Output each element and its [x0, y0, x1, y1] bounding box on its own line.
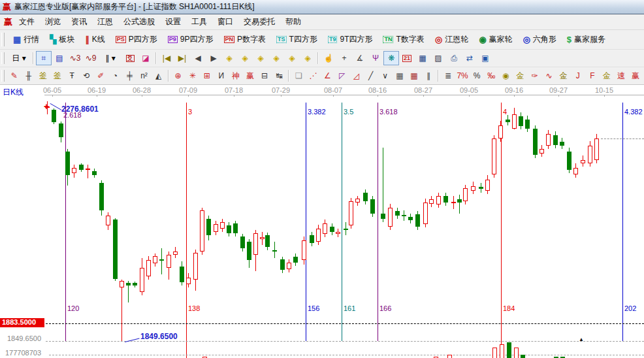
layout-grid-button[interactable]: ❏	[291, 69, 306, 83]
gold-circle-button[interactable]: ◉	[498, 69, 513, 83]
gann-line-3.382	[306, 103, 306, 341]
parallel-lines-button[interactable]: ∥	[421, 69, 436, 83]
angle-fan-button[interactable]: ◭	[152, 69, 166, 83]
gann-wheel-button[interactable]: ◎江恩轮	[430, 32, 473, 47]
info-board-button[interactable]: ▤	[52, 51, 67, 65]
full-range-button[interactable]: ◈	[300, 51, 315, 65]
comb-lines-button[interactable]: ╪	[122, 69, 137, 83]
fan-box-2-button[interactable]: ◿	[349, 69, 364, 83]
next-bar-button[interactable]: ▶	[206, 51, 221, 65]
expand-bars-button[interactable]: ◈	[284, 51, 300, 65]
menu-item-window[interactable]: 窗口	[212, 14, 238, 29]
fan-box-button[interactable]: ◸	[334, 69, 349, 83]
hand-pan-button[interactable]: ☝	[321, 51, 336, 65]
gold-levels-button[interactable]: 金	[513, 69, 527, 83]
p-square-button[interactable]: PSP四方形	[111, 32, 162, 47]
candle-marker-button[interactable]: ✑	[527, 69, 541, 83]
compress-bars-button[interactable]: ◈	[268, 51, 284, 65]
golden-section-2-button[interactable]: 釜	[50, 69, 65, 83]
curve-overlay-button[interactable]: ⌗	[36, 51, 52, 65]
costume-button[interactable]: Ψ	[368, 51, 383, 65]
square-grid-red-button[interactable]: ▦	[407, 69, 421, 83]
percent-retrace-button[interactable]: 7%	[455, 69, 470, 83]
first-page-button[interactable]: |◀	[159, 51, 174, 65]
menu-item-news[interactable]: 资讯	[66, 14, 92, 29]
golden-section-button[interactable]: 釜	[36, 69, 50, 83]
gold-levels-2-button[interactable]: 金	[556, 69, 571, 83]
spiral-button[interactable]: ⟲	[79, 69, 93, 83]
j-angle-button[interactable]: J	[571, 69, 585, 83]
p-number-table-button[interactable]: PNP数字表	[219, 32, 271, 47]
span-arrow-button[interactable]: ↹	[272, 69, 286, 83]
save-button[interactable]: ⎙	[446, 51, 462, 65]
notepad-button[interactable]: ▨	[430, 51, 446, 65]
nine-t-square-button[interactable]: T99T四方形	[323, 32, 378, 47]
angle-measure-button[interactable]: ∡	[352, 51, 368, 65]
winner-wheel-button[interactable]: ◉赢家轮	[474, 32, 517, 47]
grid-123-button[interactable]: ⊟	[257, 69, 272, 83]
nine-p-square-button[interactable]: P99P四方形	[163, 32, 218, 47]
check-lines-button[interactable]: ∨	[378, 69, 393, 83]
prev-bar-button[interactable]: ◀	[190, 51, 206, 65]
workstation-button[interactable]: ▣	[477, 51, 493, 65]
market-quotes-button[interactable]: ▦行情	[8, 32, 44, 47]
angle-line-button[interactable]: ∠	[320, 69, 334, 83]
percent-levels-button[interactable]: ‰	[484, 69, 498, 83]
sector-blocks-button[interactable]: ▚板块	[45, 32, 79, 47]
ying-tool-button[interactable]: 赢	[243, 69, 257, 83]
t-square-button[interactable]: TST四方形	[272, 32, 322, 47]
menu-item-trade-order[interactable]: 交易委托	[238, 14, 280, 29]
hist-levels-button[interactable]: ≣	[441, 69, 455, 83]
starburst-button[interactable]: ✳	[185, 69, 200, 83]
menu-item-help[interactable]: 帮助	[280, 14, 306, 29]
menu-item-tools[interactable]: 工具	[186, 14, 212, 29]
calculator-button[interactable]: ▦	[415, 51, 430, 65]
grid-target-button[interactable]: ⊞	[200, 69, 214, 83]
square-n2-button[interactable]: n²	[137, 69, 151, 83]
menu-item-settings[interactable]: 设置	[160, 14, 186, 29]
speed-line-button[interactable]: 速	[614, 69, 628, 83]
circle-cross-button[interactable]: ⊕	[171, 69, 185, 83]
zoom-horizontal-button[interactable]: ◈	[253, 51, 268, 65]
shift-right-button[interactable]: ◈	[237, 51, 253, 65]
wave-mark-button[interactable]: И	[214, 69, 229, 83]
candle	[253, 233, 258, 255]
square-grid-button[interactable]: ▦	[393, 69, 407, 83]
fan-box-icon: ◸	[339, 72, 345, 80]
winner-service-button[interactable]: $赢家服务	[562, 32, 610, 47]
kline-button[interactable]: ∥K线	[80, 32, 110, 47]
time-cycle-button[interactable]: ◔	[108, 69, 122, 83]
menu-item-gann[interactable]: 江恩	[92, 14, 118, 29]
crosshair-button[interactable]: +	[336, 51, 352, 65]
gold-angle-button[interactable]: 金	[600, 69, 614, 83]
menu-item-browse[interactable]: 浏览	[40, 14, 66, 29]
toolbar-separator	[288, 70, 289, 82]
percent-button[interactable]: %	[470, 69, 484, 83]
hexagon-button[interactable]: ◎六角形	[519, 32, 561, 47]
volume-profile-button[interactable]: ◪	[138, 51, 153, 65]
wave-3-button[interactable]: ∿3	[67, 51, 83, 65]
f-angle-button[interactable]: F	[585, 69, 600, 83]
t-number-table-button[interactable]: TNT数字表	[378, 32, 428, 47]
shen-tool-button[interactable]: 神	[229, 69, 243, 83]
wave-9-button[interactable]: ∿9	[83, 51, 99, 65]
menu-item-file[interactable]: 文件	[14, 14, 40, 29]
calendar-button[interactable]: 21	[399, 51, 415, 65]
gann-lines-button[interactable]: ╫	[22, 69, 36, 83]
candle-style-dropdown[interactable]: ∥ ▾	[99, 51, 122, 65]
candle	[86, 169, 90, 170]
menu-item-formula-stock-picker[interactable]: 公式选股	[118, 14, 160, 29]
period-day-dropdown[interactable]: 日 ▾	[7, 51, 31, 65]
trend-angle-button[interactable]: ╱	[364, 69, 378, 83]
sine-wave-button[interactable]: ∿	[542, 69, 556, 83]
shift-left-button[interactable]: ◈	[221, 51, 237, 65]
chart-pen-button[interactable]: ✐	[93, 69, 108, 83]
last-page-button[interactable]: ▶|	[174, 51, 190, 65]
brush-tool-button[interactable]: ✎	[7, 69, 22, 83]
rays-button[interactable]: ⋰	[306, 69, 320, 83]
maze-analysis-button[interactable]: ❋	[383, 51, 399, 65]
fib-time-lines-button[interactable]: Ŧ	[65, 69, 79, 83]
winner-line-button[interactable]: 赢	[628, 69, 643, 83]
remote-data-button[interactable]: ⇄	[462, 51, 477, 65]
chip-pattern-button[interactable]: 爻	[122, 51, 138, 65]
